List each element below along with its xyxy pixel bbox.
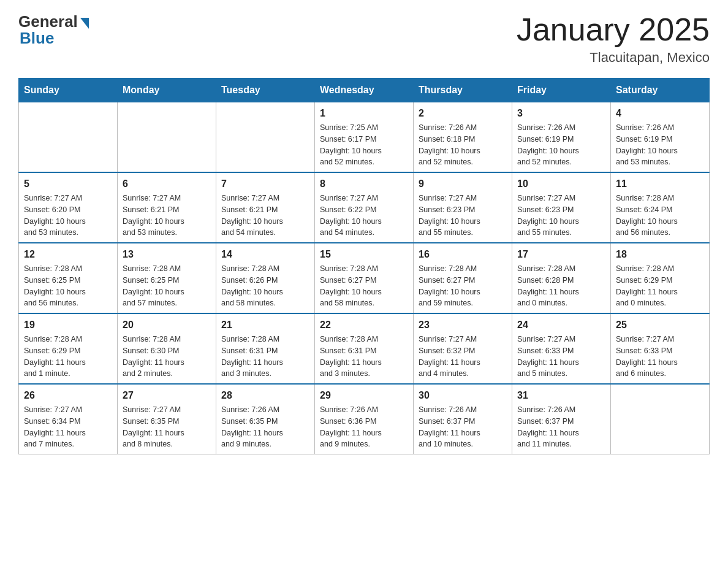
day-number: 26 <box>24 388 112 403</box>
day-number: 1 <box>320 106 408 121</box>
calendar-cell: 31Sunrise: 7:26 AMSunset: 6:37 PMDayligh… <box>512 384 611 454</box>
day-info: Sunrise: 7:25 AMSunset: 6:17 PMDaylight:… <box>320 122 408 168</box>
day-header-saturday: Saturday <box>611 79 710 102</box>
week-row-4: 19Sunrise: 7:28 AMSunset: 6:29 PMDayligh… <box>19 313 710 384</box>
day-number: 23 <box>419 318 507 332</box>
day-info: Sunrise: 7:27 AMSunset: 6:35 PMDaylight:… <box>123 404 211 450</box>
day-number: 20 <box>123 318 211 332</box>
day-number: 11 <box>616 177 704 191</box>
day-info: Sunrise: 7:26 AMSunset: 6:19 PMDaylight:… <box>616 122 704 168</box>
day-info: Sunrise: 7:28 AMSunset: 6:27 PMDaylight:… <box>320 263 408 309</box>
calendar-cell: 27Sunrise: 7:27 AMSunset: 6:35 PMDayligh… <box>118 384 216 454</box>
day-header-tuesday: Tuesday <box>216 79 315 102</box>
calendar-cell: 16Sunrise: 7:28 AMSunset: 6:27 PMDayligh… <box>414 243 512 313</box>
calendar-cell: 29Sunrise: 7:26 AMSunset: 6:36 PMDayligh… <box>315 384 414 454</box>
calendar-cell: 13Sunrise: 7:28 AMSunset: 6:25 PMDayligh… <box>118 243 216 313</box>
day-info: Sunrise: 7:27 AMSunset: 6:32 PMDaylight:… <box>419 334 507 380</box>
day-number: 2 <box>419 106 507 121</box>
day-number: 8 <box>320 177 408 191</box>
calendar-cell: 7Sunrise: 7:27 AMSunset: 6:21 PMDaylight… <box>216 172 315 243</box>
calendar-cell: 30Sunrise: 7:26 AMSunset: 6:37 PMDayligh… <box>414 384 512 454</box>
calendar-cell: 8Sunrise: 7:27 AMSunset: 6:22 PMDaylight… <box>315 172 414 243</box>
day-header-wednesday: Wednesday <box>315 79 414 102</box>
calendar-cell: 9Sunrise: 7:27 AMSunset: 6:23 PMDaylight… <box>414 172 512 243</box>
day-number: 24 <box>517 318 605 332</box>
day-info: Sunrise: 7:27 AMSunset: 6:20 PMDaylight:… <box>24 193 112 239</box>
calendar-cell: 15Sunrise: 7:28 AMSunset: 6:27 PMDayligh… <box>315 243 414 313</box>
day-header-sunday: Sunday <box>19 79 118 102</box>
calendar-cell <box>118 102 216 173</box>
calendar-cell: 26Sunrise: 7:27 AMSunset: 6:34 PMDayligh… <box>19 384 118 454</box>
day-info: Sunrise: 7:27 AMSunset: 6:23 PMDaylight:… <box>419 193 507 239</box>
day-info: Sunrise: 7:26 AMSunset: 6:37 PMDaylight:… <box>517 404 605 450</box>
calendar-cell: 3Sunrise: 7:26 AMSunset: 6:19 PMDaylight… <box>512 102 611 173</box>
calendar-cell: 5Sunrise: 7:27 AMSunset: 6:20 PMDaylight… <box>19 172 118 243</box>
day-number: 10 <box>517 177 605 191</box>
day-info: Sunrise: 7:26 AMSunset: 6:35 PMDaylight:… <box>221 404 309 450</box>
week-row-2: 5Sunrise: 7:27 AMSunset: 6:20 PMDaylight… <box>19 172 710 243</box>
calendar-cell: 24Sunrise: 7:27 AMSunset: 6:33 PMDayligh… <box>512 313 611 384</box>
day-info: Sunrise: 7:27 AMSunset: 6:22 PMDaylight:… <box>320 193 408 239</box>
day-info: Sunrise: 7:28 AMSunset: 6:28 PMDaylight:… <box>517 263 605 309</box>
day-number: 30 <box>419 388 507 403</box>
calendar-cell: 22Sunrise: 7:28 AMSunset: 6:31 PMDayligh… <box>315 313 414 384</box>
day-number: 3 <box>517 106 605 121</box>
day-number: 31 <box>517 388 605 403</box>
calendar-cell: 18Sunrise: 7:28 AMSunset: 6:29 PMDayligh… <box>611 243 710 313</box>
calendar-cell <box>19 102 118 173</box>
day-info: Sunrise: 7:27 AMSunset: 6:34 PMDaylight:… <box>24 404 112 450</box>
day-number: 12 <box>24 247 112 262</box>
calendar-cell: 12Sunrise: 7:28 AMSunset: 6:25 PMDayligh… <box>19 243 118 313</box>
day-info: Sunrise: 7:27 AMSunset: 6:21 PMDaylight:… <box>123 193 211 239</box>
day-info: Sunrise: 7:27 AMSunset: 6:33 PMDaylight:… <box>517 334 605 380</box>
title-block: January 2025 Tlacuitapan, Mexico <box>517 12 710 66</box>
day-info: Sunrise: 7:28 AMSunset: 6:25 PMDaylight:… <box>123 263 211 309</box>
day-info: Sunrise: 7:26 AMSunset: 6:36 PMDaylight:… <box>320 404 408 450</box>
day-info: Sunrise: 7:28 AMSunset: 6:26 PMDaylight:… <box>221 263 309 309</box>
week-row-1: 1Sunrise: 7:25 AMSunset: 6:17 PMDaylight… <box>19 102 710 173</box>
day-header-thursday: Thursday <box>414 79 512 102</box>
day-info: Sunrise: 7:27 AMSunset: 6:23 PMDaylight:… <box>517 193 605 239</box>
day-info: Sunrise: 7:28 AMSunset: 6:24 PMDaylight:… <box>616 193 704 239</box>
day-number: 19 <box>24 318 112 332</box>
day-number: 25 <box>616 318 704 332</box>
calendar-cell: 10Sunrise: 7:27 AMSunset: 6:23 PMDayligh… <box>512 172 611 243</box>
day-info: Sunrise: 7:26 AMSunset: 6:18 PMDaylight:… <box>419 122 507 168</box>
calendar-subtitle: Tlacuitapan, Mexico <box>517 50 710 66</box>
day-number: 15 <box>320 247 408 262</box>
day-number: 21 <box>221 318 309 332</box>
day-number: 14 <box>221 247 309 262</box>
logo-arrow-icon <box>80 18 89 29</box>
day-info: Sunrise: 7:28 AMSunset: 6:31 PMDaylight:… <box>221 334 309 380</box>
day-info: Sunrise: 7:26 AMSunset: 6:37 PMDaylight:… <box>419 404 507 450</box>
days-header-row: SundayMondayTuesdayWednesdayThursdayFrid… <box>19 79 710 102</box>
calendar-cell: 2Sunrise: 7:26 AMSunset: 6:18 PMDaylight… <box>414 102 512 173</box>
day-number: 22 <box>320 318 408 332</box>
calendar-cell <box>216 102 315 173</box>
day-number: 29 <box>320 388 408 403</box>
day-number: 6 <box>123 177 211 191</box>
calendar-cell: 20Sunrise: 7:28 AMSunset: 6:30 PMDayligh… <box>118 313 216 384</box>
day-info: Sunrise: 7:28 AMSunset: 6:27 PMDaylight:… <box>419 263 507 309</box>
day-number: 27 <box>123 388 211 403</box>
calendar-cell: 17Sunrise: 7:28 AMSunset: 6:28 PMDayligh… <box>512 243 611 313</box>
day-number: 4 <box>616 106 704 121</box>
day-info: Sunrise: 7:28 AMSunset: 6:30 PMDaylight:… <box>123 334 211 380</box>
week-row-3: 12Sunrise: 7:28 AMSunset: 6:25 PMDayligh… <box>19 243 710 313</box>
calendar-cell: 4Sunrise: 7:26 AMSunset: 6:19 PMDaylight… <box>611 102 710 173</box>
day-number: 28 <box>221 388 309 403</box>
day-header-friday: Friday <box>512 79 611 102</box>
calendar-cell: 19Sunrise: 7:28 AMSunset: 6:29 PMDayligh… <box>19 313 118 384</box>
day-header-monday: Monday <box>118 79 216 102</box>
day-info: Sunrise: 7:27 AMSunset: 6:21 PMDaylight:… <box>221 193 309 239</box>
day-info: Sunrise: 7:26 AMSunset: 6:19 PMDaylight:… <box>517 122 605 168</box>
calendar-cell: 25Sunrise: 7:27 AMSunset: 6:33 PMDayligh… <box>611 313 710 384</box>
calendar-cell: 6Sunrise: 7:27 AMSunset: 6:21 PMDaylight… <box>118 172 216 243</box>
day-number: 18 <box>616 247 704 262</box>
day-number: 13 <box>123 247 211 262</box>
day-info: Sunrise: 7:28 AMSunset: 6:25 PMDaylight:… <box>24 263 112 309</box>
calendar-cell: 21Sunrise: 7:28 AMSunset: 6:31 PMDayligh… <box>216 313 315 384</box>
page-header: General Blue January 2025 Tlacuitapan, M… <box>18 12 710 66</box>
calendar-cell <box>611 384 710 454</box>
calendar-cell: 23Sunrise: 7:27 AMSunset: 6:32 PMDayligh… <box>414 313 512 384</box>
